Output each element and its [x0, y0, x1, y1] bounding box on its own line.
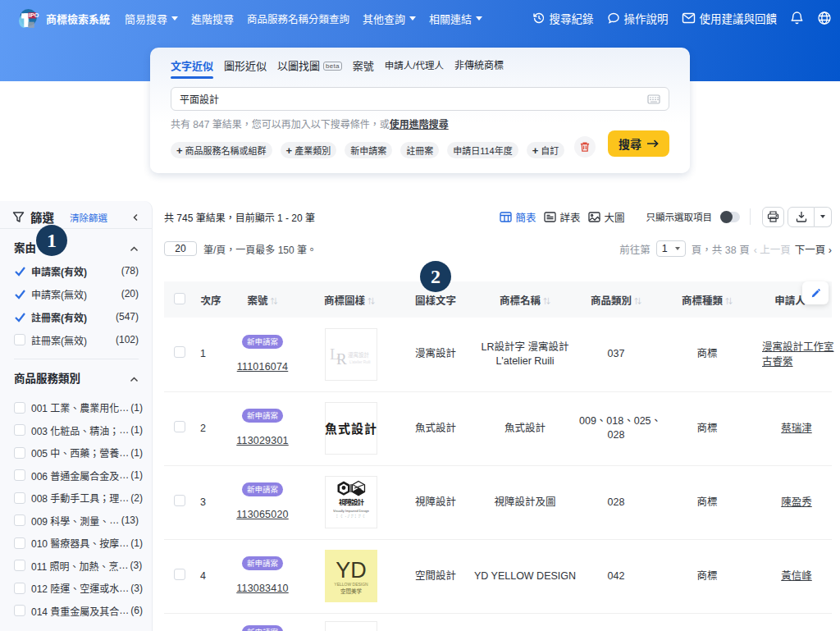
svg-text:空間美学: 空間美学	[340, 588, 363, 595]
svg-text:⠇⠺⠐⠞⠟⠇⠟⠺: ⠇⠺⠐⠞⠟⠇⠟⠺	[336, 514, 366, 519]
svg-text:Visually Impaired Design: Visually Impaired Design	[333, 509, 369, 513]
svg-text:IPO: IPO	[29, 11, 39, 19]
svg-text:漫寓設計: 漫寓設計	[348, 351, 370, 359]
svg-text:YELLOW DESIGN: YELLOW DESIGN	[334, 582, 368, 587]
svg-text:R: R	[336, 350, 347, 368]
svg-text:YD: YD	[336, 558, 367, 583]
svg-text:L'atelier Ruili: L'atelier Ruili	[349, 360, 371, 364]
svg-text:視障設計: 視障設計	[339, 498, 365, 506]
